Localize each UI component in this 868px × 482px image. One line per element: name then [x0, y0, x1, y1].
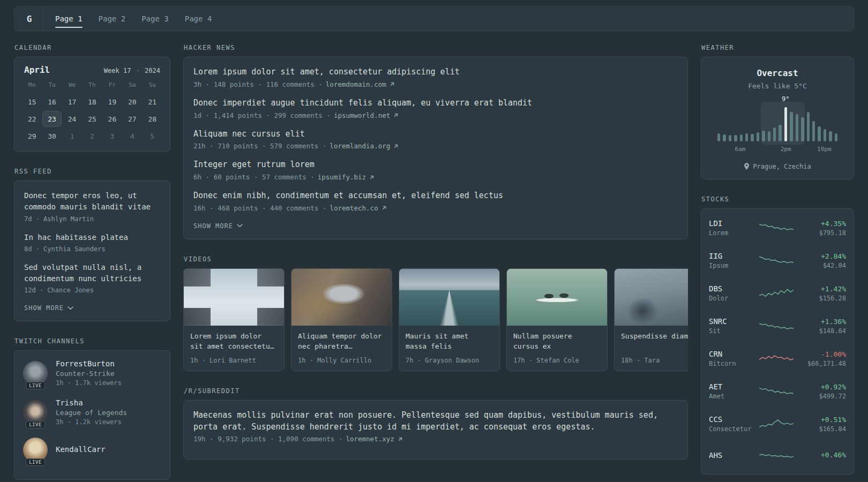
rss-show-more-button[interactable]: SHOW MORE	[24, 304, 73, 312]
rss-item-title[interactable]: In hac habitasse platea	[24, 232, 160, 243]
rss-card: Donec tempor eros leo, ut commodo mauris…	[14, 180, 170, 321]
stock-change: -1.00%	[799, 350, 846, 358]
rss-item: In hac habitasse platea 8d · Cynthia Sau…	[24, 232, 160, 253]
weather-location-label: Prague, Czechia	[753, 163, 811, 170]
weather-bar	[835, 133, 837, 141]
video-card[interactable]: Mauris sit amet massa felis 7h · Grayson…	[399, 268, 500, 371]
hn-item-domain[interactable]: loremlandia.org	[330, 142, 390, 150]
weather-bar	[790, 112, 792, 141]
stock-name: Ipsum	[709, 262, 754, 269]
weather-bar	[745, 133, 748, 141]
live-badge: LIVE	[26, 458, 45, 466]
video-meta: 17h · Stefan Cole	[513, 357, 601, 364]
calendar-day: 16	[42, 94, 61, 110]
stock-id: LDI Lorem	[709, 219, 754, 237]
tab-page-3[interactable]: Page 3	[141, 7, 169, 31]
hn-item: Aliquam nec cursus elit 21h · 710 points…	[193, 129, 678, 150]
hn-show-more-button[interactable]: SHOW MORE	[193, 222, 243, 230]
channel-info: KendallCarr	[56, 445, 106, 455]
video-card[interactable]: Suspendisse diam 18h · Tara	[614, 268, 688, 371]
calendar-day: 19	[103, 94, 122, 110]
stock-numbers: -1.00% $66,171.48	[799, 350, 846, 367]
external-link-icon	[369, 175, 375, 180]
stock-row: AET Amet +0.92% $499.72	[701, 375, 854, 408]
hn-item-stats: 21h · 710 points · 579 comments ·	[193, 142, 326, 150]
hn-item: Donec imperdiet augue tincidunt felis al…	[193, 97, 678, 119]
stock-price: $795.18	[799, 229, 846, 237]
calendar-day: 15	[23, 94, 41, 110]
rss-item-title[interactable]: Sed volutpat nulla nisl, a condimentum n…	[24, 262, 160, 285]
weekday-label: Su	[143, 81, 162, 93]
calendar-widget: CALENDAR April Week 17 · 2024 Mo Tu We T…	[14, 44, 170, 152]
app-logo[interactable]: G	[17, 7, 42, 31]
left-column: CALENDAR April Week 17 · 2024 Mo Tu We T…	[14, 44, 170, 482]
stock-price: $42.04	[799, 262, 846, 269]
calendar-days: 15 16 17 18 19 20 21 22 23 24 25 26 27 2…	[22, 93, 162, 145]
calendar-day: 24	[63, 111, 81, 127]
stock-numbers: +1.42% $156.28	[799, 285, 846, 302]
hn-item-stats: 3h · 148 points · 116 comments ·	[193, 80, 323, 88]
calendar-day: 20	[123, 94, 141, 110]
hn-item-title[interactable]: Donec enim nibh, condimentum et accumsan…	[193, 190, 678, 202]
video-card[interactable]: Lorem ipsum dolor sit amet consectetu… 1…	[183, 268, 285, 371]
weather-temp-label: 9°	[782, 95, 789, 103]
hour-label: 6am	[735, 146, 746, 153]
calendar-week-number: Week 17	[104, 67, 131, 74]
stock-id: CCS Consectetur	[709, 415, 754, 433]
weekday-label: Mo	[22, 81, 42, 93]
hn-item-domain[interactable]: loremdomain.com	[326, 80, 386, 88]
stock-numbers: +0.46%	[799, 451, 846, 461]
stock-ticker: CCS	[709, 415, 754, 424]
twitch-channel[interactable]: LIVE KendallCarr	[23, 438, 161, 462]
stock-ticker: LDI	[709, 219, 754, 228]
location-pin-icon	[744, 163, 750, 170]
twitch-channel[interactable]: LIVE Trisha League of Legends 3h · 1.2k …	[23, 398, 161, 426]
weather-bar	[757, 132, 759, 141]
video-body: Aliquam tempor dolor nec pharetra… 1h · …	[291, 326, 392, 371]
stocks-widget: STOCKS LDI Lorem +4.35% $795.18 IIG	[701, 195, 854, 475]
stock-id: AET Amet	[709, 382, 754, 400]
weather-bar	[784, 107, 787, 141]
tab-page-1[interactable]: Page 1	[55, 7, 83, 31]
calendar-day: 29	[23, 128, 41, 144]
video-card[interactable]: Aliquam tempor dolor nec pharetra… 1h · …	[291, 268, 392, 371]
hn-item-domain[interactable]: loremtech.co	[330, 204, 378, 212]
avatar: LIVE	[23, 438, 48, 462]
reddit-post-domain[interactable]: loremnet.xyz	[346, 435, 394, 443]
reddit-post-title[interactable]: Maecenas mollis pulvinar erat non posuer…	[193, 410, 678, 433]
calendar-day: 28	[143, 111, 162, 127]
hn-item-domain[interactable]: ipsumify.biz	[318, 173, 366, 181]
stock-sparkline	[759, 220, 794, 236]
rss-item-title[interactable]: Donec tempor eros leo, ut commodo mauris…	[24, 190, 160, 213]
hour-label: 2pm	[781, 146, 791, 153]
weather-bar	[824, 129, 826, 141]
hn-item-title[interactable]: Integer eget rutrum lorem	[193, 159, 678, 171]
stock-price: $148.64	[799, 327, 846, 335]
stock-numbers: +0.51% $165.84	[799, 416, 846, 433]
hn-item-title[interactable]: Lorem ipsum dolor sit amet, consectetur …	[193, 66, 678, 78]
weather-bar	[779, 125, 781, 141]
weather-widget: WEATHER Overcast Feels like 5°C 9° 6am 2…	[701, 44, 854, 179]
weekday-label: Sa	[122, 81, 142, 93]
weather-bar	[812, 121, 815, 141]
twitch-channel[interactable]: LIVE ForrestBurton Counter-Strike 1h · 1…	[23, 359, 161, 387]
hn-item-title[interactable]: Aliquam nec cursus elit	[193, 129, 678, 140]
chevron-down-icon	[237, 224, 243, 228]
calendar-week: Week 17 · 2024	[104, 67, 160, 74]
tab-page-4[interactable]: Page 4	[185, 7, 212, 31]
stock-name: Amet	[709, 393, 754, 400]
hn-item-meta: 6h · 60 points · 57 comments · ipsumify.…	[193, 173, 678, 181]
stock-numbers: +1.36% $148.64	[799, 318, 846, 335]
hour-label: 10pm	[817, 146, 832, 153]
reddit-post: Maecenas mollis pulvinar erat non posuer…	[193, 410, 678, 443]
weather-location[interactable]: Prague, Czechia	[710, 163, 845, 170]
stock-id: AHS	[709, 451, 754, 461]
hn-item-domain[interactable]: ipsumworld.net	[334, 111, 390, 119]
videos-row: Lorem ipsum dolor sit amet consectetu… 1…	[183, 268, 688, 371]
stock-ticker: AHS	[709, 451, 754, 460]
video-meta: 1h · Lori Barnett	[190, 357, 278, 364]
hn-item-title[interactable]: Donec imperdiet augue tincidunt felis al…	[193, 97, 678, 109]
video-card[interactable]: Nullam posuere cursus ex 17h · Stefan Co…	[506, 268, 608, 371]
tab-page-2[interactable]: Page 2	[99, 7, 126, 31]
video-body: Nullam posuere cursus ex 17h · Stefan Co…	[507, 326, 607, 371]
